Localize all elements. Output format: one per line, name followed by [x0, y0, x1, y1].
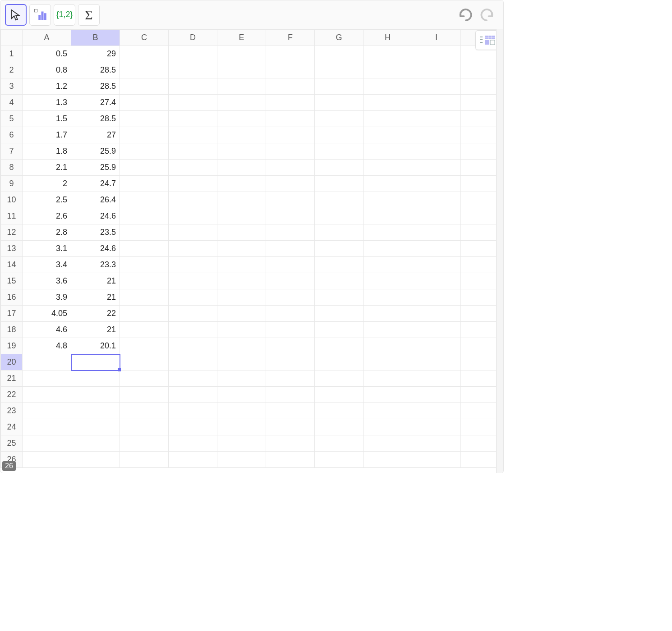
cell-H4[interactable] [364, 95, 412, 111]
cell-B2[interactable]: 28.5 [71, 62, 120, 78]
cell-E10[interactable] [217, 192, 266, 208]
cell-C20[interactable] [120, 354, 169, 370]
cell-C23[interactable] [120, 403, 169, 419]
cell-A16[interactable]: 3.9 [23, 289, 71, 306]
cell-H3[interactable] [364, 78, 412, 95]
cell-G13[interactable] [315, 241, 364, 257]
cell-A24[interactable] [23, 419, 71, 435]
cell-B22[interactable] [71, 387, 120, 403]
cell-A19[interactable]: 4.8 [23, 338, 71, 354]
cell-I26[interactable] [412, 452, 461, 468]
cell-F18[interactable] [266, 322, 315, 338]
cell-E11[interactable] [217, 208, 266, 224]
cell-G25[interactable] [315, 435, 364, 452]
cell-E9[interactable] [217, 176, 266, 192]
cell-C8[interactable] [120, 160, 169, 176]
cell-I2[interactable] [412, 62, 461, 78]
cell-H6[interactable] [364, 127, 412, 143]
cell-G17[interactable] [315, 306, 364, 322]
cell-D11[interactable] [169, 208, 217, 224]
cell-F16[interactable] [266, 289, 315, 306]
cell-C11[interactable] [120, 208, 169, 224]
cell-D26[interactable] [169, 452, 217, 468]
cell-G21[interactable] [315, 370, 364, 387]
cell-E19[interactable] [217, 338, 266, 354]
cell-A23[interactable] [23, 403, 71, 419]
cell-E6[interactable] [217, 127, 266, 143]
cell-F9[interactable] [266, 176, 315, 192]
cell-E15[interactable] [217, 273, 266, 289]
row-header-20[interactable]: 20 [1, 354, 23, 370]
cell-H10[interactable] [364, 192, 412, 208]
cell-A2[interactable]: 0.8 [23, 62, 71, 78]
cell-B15[interactable]: 21 [71, 273, 120, 289]
cell-E26[interactable] [217, 452, 266, 468]
cell-H21[interactable] [364, 370, 412, 387]
cell-H24[interactable] [364, 419, 412, 435]
cell-I14[interactable] [412, 257, 461, 273]
corner-cell[interactable] [1, 30, 23, 46]
cell-E22[interactable] [217, 387, 266, 403]
cell-G16[interactable] [315, 289, 364, 306]
cell-C1[interactable] [120, 46, 169, 62]
cell-G12[interactable] [315, 224, 364, 241]
row-header-24[interactable]: 24 [1, 419, 23, 435]
cell-H12[interactable] [364, 224, 412, 241]
column-header-D[interactable]: D [169, 30, 217, 46]
cell-E16[interactable] [217, 289, 266, 306]
cell-E4[interactable] [217, 95, 266, 111]
cell-F4[interactable] [266, 95, 315, 111]
column-header-C[interactable]: C [120, 30, 169, 46]
cell-H2[interactable] [364, 62, 412, 78]
cell-I13[interactable] [412, 241, 461, 257]
cell-E13[interactable] [217, 241, 266, 257]
row-header-16[interactable]: 16 [1, 289, 23, 306]
row-header-6[interactable]: 6 [1, 127, 23, 143]
cell-B12[interactable]: 23.5 [71, 224, 120, 241]
column-header-G[interactable]: G [315, 30, 364, 46]
cell-A7[interactable]: 1.8 [23, 143, 71, 160]
cell-C13[interactable] [120, 241, 169, 257]
cell-D6[interactable] [169, 127, 217, 143]
cell-G8[interactable] [315, 160, 364, 176]
row-header-5[interactable]: 5 [1, 111, 23, 127]
cell-B16[interactable]: 21 [71, 289, 120, 306]
cell-G19[interactable] [315, 338, 364, 354]
row-header-23[interactable]: 23 [1, 403, 23, 419]
cell-H17[interactable] [364, 306, 412, 322]
cell-F14[interactable] [266, 257, 315, 273]
cell-I12[interactable] [412, 224, 461, 241]
cell-D3[interactable] [169, 78, 217, 95]
cell-I16[interactable] [412, 289, 461, 306]
cell-D15[interactable] [169, 273, 217, 289]
row-header-2[interactable]: 2 [1, 62, 23, 78]
cell-C18[interactable] [120, 322, 169, 338]
cell-H14[interactable] [364, 257, 412, 273]
cell-I17[interactable] [412, 306, 461, 322]
row-header-3[interactable]: 3 [1, 78, 23, 95]
cell-C10[interactable] [120, 192, 169, 208]
cell-E7[interactable] [217, 143, 266, 160]
cell-D5[interactable] [169, 111, 217, 127]
cell-F19[interactable] [266, 338, 315, 354]
cell-A20[interactable] [23, 354, 71, 370]
cell-E21[interactable] [217, 370, 266, 387]
cell-I15[interactable] [412, 273, 461, 289]
cell-A5[interactable]: 1.5 [23, 111, 71, 127]
cell-H18[interactable] [364, 322, 412, 338]
cell-C7[interactable] [120, 143, 169, 160]
cell-H7[interactable] [364, 143, 412, 160]
cell-A26[interactable] [23, 452, 71, 468]
cell-F3[interactable] [266, 78, 315, 95]
cell-B8[interactable]: 25.9 [71, 160, 120, 176]
cell-H1[interactable] [364, 46, 412, 62]
cell-I4[interactable] [412, 95, 461, 111]
cell-I8[interactable] [412, 160, 461, 176]
cell-C14[interactable] [120, 257, 169, 273]
cell-E20[interactable] [217, 354, 266, 370]
cell-B9[interactable]: 24.7 [71, 176, 120, 192]
cell-H23[interactable] [364, 403, 412, 419]
move-tool-button[interactable] [5, 4, 27, 26]
cell-B7[interactable]: 25.9 [71, 143, 120, 160]
row-header-13[interactable]: 13 [1, 241, 23, 257]
